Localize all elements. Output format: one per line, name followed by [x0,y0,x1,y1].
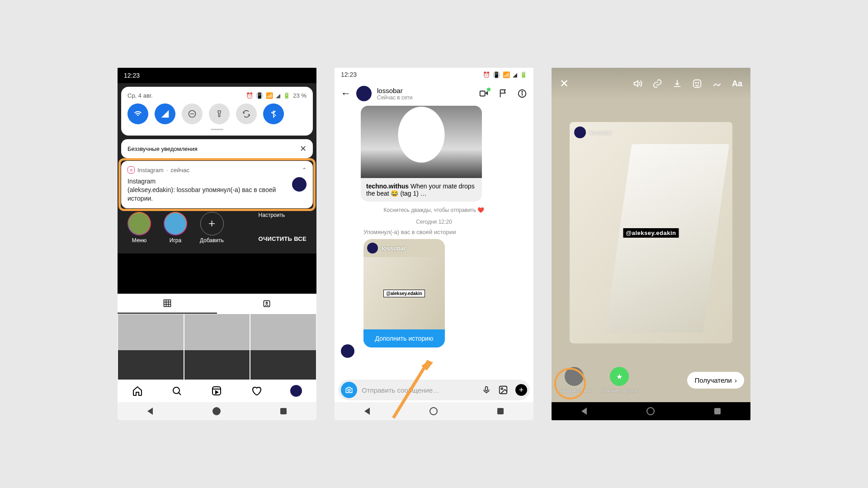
story-preview-image: @aleksey.edakin [363,257,445,329]
recents-button[interactable] [497,408,504,414]
svg-rect-2 [164,300,171,307]
svg-rect-23 [693,80,701,88]
instagram-notification[interactable]: Instagram · сейчас ⌃ Instagram (aleksey.… [121,161,313,208]
dismiss-silent-icon[interactable]: ✕ [300,144,307,154]
camera-button[interactable] [341,382,357,398]
story-author-avatar [367,243,378,253]
back-button[interactable] [364,408,370,415]
chevron-right-icon: › [735,376,737,384]
wifi-icon: 📶 [266,92,273,99]
story-mention-tag: @aleksey.edakin [383,290,425,297]
story-mention-preview[interactable]: lossobar @aleksey.edakin Дополнить истор… [363,239,445,347]
svg-rect-13 [480,91,485,96]
sticker-icon[interactable] [692,79,702,89]
tagged-tab[interactable] [217,294,316,314]
add-icon[interactable]: + [515,384,527,396]
home-button[interactable] [646,407,655,415]
chat-username[interactable]: lossobar [377,87,413,94]
mic-icon[interactable] [482,385,491,395]
signal-icon: ◢ [513,71,517,78]
battery-icon: 🔋 [283,92,290,99]
highlight-menu[interactable] [127,212,151,235]
home-button[interactable] [429,407,438,415]
svg-point-9 [173,387,179,394]
profile-avatar-icon[interactable] [290,385,302,397]
chat-presence: Сейчас в сети [377,94,413,101]
flag-icon[interactable] [498,89,508,99]
status-icons: ⏰ 📳 📶 ◢ 🔋 [483,71,527,78]
qs-bluetooth-toggle[interactable] [263,103,284,124]
sound-icon[interactable] [632,79,642,89]
draw-icon[interactable] [712,79,722,89]
alarm-icon: ⏰ [246,92,253,99]
video-call-icon[interactable] [478,89,489,99]
home-button[interactable] [212,407,221,415]
text-tool-icon[interactable]: Aa [732,79,742,89]
back-arrow-icon[interactable]: ← [341,88,351,99]
link-icon[interactable] [652,79,662,89]
close-icon[interactable]: ✕ [560,77,569,90]
highlight-add[interactable]: + [200,212,224,235]
add-to-story-button[interactable]: Дополнить историю [363,329,445,347]
qs-dnd-toggle[interactable] [182,103,203,124]
back-button[interactable] [147,408,153,415]
grid-thumb[interactable] [184,314,250,380]
silent-notifications-header: Беззвучные уведомления ✕ [121,139,313,158]
recents-button[interactable] [280,408,287,414]
signal-icon: ◢ [276,92,280,99]
alarm-icon: ⏰ [483,71,490,78]
sender-avatar [341,344,354,358]
story-mention-tag: @aleksey.edakin [623,228,679,238]
status-bar: 12:23 ⏰ 📳 📶 ◢ 🔋 [335,68,533,81]
highlight-game[interactable] [164,212,187,235]
your-story-button[interactable]: Ваша история [558,367,590,393]
story-card-avatar [574,127,586,138]
info-icon[interactable] [517,89,527,99]
qs-flashlight-toggle[interactable] [209,103,230,124]
svg-line-10 [179,393,181,395]
svg-point-24 [695,82,696,83]
grid-thumb[interactable] [118,314,184,380]
close-friends-icon: ★ [610,367,629,386]
instagram-bottom-nav [118,380,316,402]
message-composer: Отправить сообщение… + [338,380,530,400]
search-icon[interactable] [171,385,182,396]
gallery-icon[interactable] [498,385,508,395]
recipients-button[interactable]: Получатели › [687,372,744,389]
recipients-label: Получатели [694,376,732,384]
chat-avatar[interactable] [356,86,372,101]
heart-icon[interactable] [251,385,262,396]
timestamp: Сегодня 12:20 [335,219,533,225]
shade-drag-handle[interactable] [211,129,223,130]
qs-date: Ср, 4 авг. [127,92,153,99]
collapse-chevron-icon[interactable]: ⌃ [302,167,307,173]
wifi-icon: 📶 [503,71,510,78]
svg-marker-22 [421,361,433,371]
notif-app-name: Instagram [137,167,164,174]
composer-input[interactable]: Отправить сообщение… [362,386,477,394]
close-friends-button[interactable]: ★ Близкие друзья [601,367,637,393]
reposted-story-card[interactable]: lossobar @aleksey.edakin [570,122,732,343]
battery-percent: 23 % [293,92,307,99]
shade-settings-label[interactable]: Настроить [259,212,307,218]
clear-all-button[interactable]: ОЧИСТИТЬ ВСЕ [259,228,307,242]
svg-point-8 [266,302,267,304]
qs-wifi-toggle[interactable] [127,103,148,124]
notif-time: сейчас [170,167,189,174]
download-icon[interactable] [672,79,682,89]
back-button[interactable] [581,408,587,415]
recents-button[interactable] [714,408,721,414]
home-icon[interactable] [132,385,143,396]
doubletap-hint: Коснитесь дважды, чтобы отправить ❤️ [335,207,533,213]
highlight-game-label: Игра [170,237,181,244]
chat-header: ← lossobar Сейчас в сети [335,81,533,106]
qs-autorotate-toggle[interactable] [236,103,257,124]
grid-thumb[interactable] [250,314,316,380]
android-nav-bar [552,402,750,420]
shared-post-message[interactable]: techno.withus When your mate drops the b… [335,106,533,202]
reels-icon[interactable] [211,385,222,396]
qs-data-toggle[interactable] [155,103,175,124]
status-time: 12:23 [124,72,140,79]
grid-tab[interactable] [118,294,217,314]
svg-point-16 [522,91,523,92]
